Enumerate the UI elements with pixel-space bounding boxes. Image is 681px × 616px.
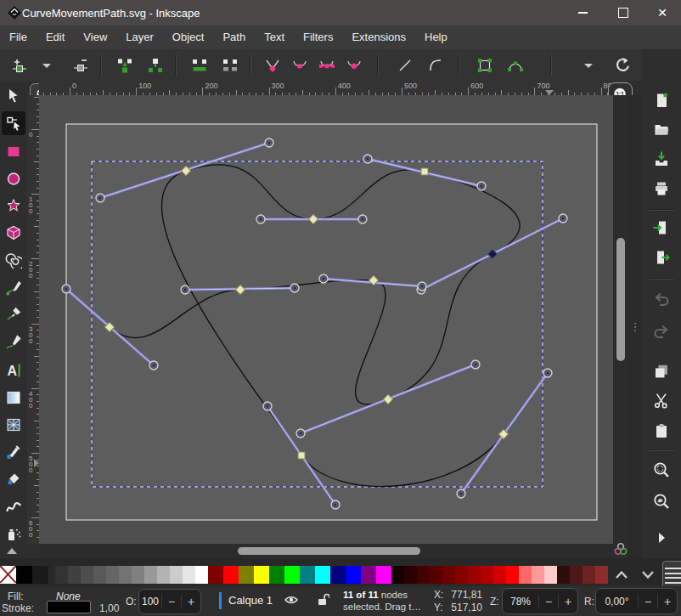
palette-swatch[interactable] <box>157 566 170 584</box>
node-corner-button[interactable] <box>260 53 285 77</box>
tool-paint-bucket[interactable] <box>2 467 25 491</box>
color-management-icon[interactable] <box>612 541 629 557</box>
palette-swatch[interactable] <box>144 566 157 584</box>
node-smooth-button[interactable] <box>287 53 312 77</box>
palette-scroll-down-button[interactable] <box>637 565 659 584</box>
object-to-path-button[interactable] <box>472 53 498 77</box>
units-dropdown-button[interactable] <box>579 53 598 77</box>
palette-swatch[interactable] <box>254 566 269 584</box>
horizontal-ruler[interactable]: 0100200300400500600700800 <box>39 81 628 95</box>
tool-node-editor[interactable] <box>2 111 25 135</box>
vertical-scrollbar-thumb[interactable] <box>616 238 625 361</box>
palette-swatch[interactable] <box>442 566 455 584</box>
palette-swatch[interactable] <box>93 566 106 584</box>
redo-button[interactable] <box>651 321 672 342</box>
palette-swatch[interactable] <box>532 566 544 584</box>
canvas[interactable] <box>39 95 613 544</box>
undo-button[interactable] <box>651 289 672 309</box>
cut-button[interactable] <box>651 390 672 410</box>
palette-swatch[interactable] <box>68 566 81 584</box>
palette-swatch[interactable] <box>417 566 430 584</box>
palette-swatch[interactable] <box>315 566 330 584</box>
menu-file[interactable]: File <box>0 25 37 49</box>
palette-swatch[interactable] <box>16 566 32 584</box>
palette-swatch[interactable] <box>544 566 557 584</box>
palette-swatch[interactable] <box>455 566 468 584</box>
palette-swatch[interactable] <box>106 566 119 584</box>
palette-swatch[interactable] <box>376 566 391 584</box>
menu-filters[interactable]: Filters <box>294 25 342 49</box>
open-document-button[interactable] <box>651 119 672 139</box>
palette-swatch[interactable] <box>195 566 208 584</box>
palette-swatch[interactable] <box>468 566 481 584</box>
palette-swatch[interactable] <box>119 566 132 584</box>
palette-swatch[interactable] <box>481 566 493 584</box>
palette-swatch[interactable] <box>32 566 48 584</box>
paste-button[interactable] <box>651 421 672 441</box>
rotation-decrease-button[interactable]: − <box>638 595 657 608</box>
palette-swatch[interactable] <box>0 566 16 584</box>
menu-layer[interactable]: Layer <box>116 25 163 49</box>
vertical-scrollbar[interactable] <box>613 95 628 544</box>
line-segment-button[interactable] <box>392 53 418 77</box>
save-document-button[interactable] <box>651 149 672 169</box>
toolbox-overflow-arrow[interactable] <box>7 548 17 554</box>
layer-visibility-toggle[interactable] <box>284 593 299 609</box>
palette-scroll-up-button[interactable] <box>611 565 633 584</box>
tool-spiral[interactable] <box>2 248 25 272</box>
curve-segment-button[interactable] <box>423 53 448 77</box>
palette-swatch[interactable] <box>300 566 315 584</box>
tool-tweak[interactable] <box>2 494 25 518</box>
palette-swatch[interactable] <box>557 566 570 584</box>
palette-swatch[interactable] <box>570 566 583 584</box>
tool-pencil[interactable] <box>2 275 25 299</box>
opacity-value[interactable]: 100 <box>139 596 161 608</box>
tool-dropper[interactable] <box>2 440 25 464</box>
palette-swatch[interactable] <box>284 566 300 584</box>
palette-swatch[interactable] <box>404 566 417 584</box>
layer-lock-toggle[interactable] <box>317 592 329 609</box>
palette-swatch[interactable] <box>55 566 68 584</box>
palette-swatch[interactable] <box>583 566 595 584</box>
tool-rectangle[interactable] <box>2 139 25 163</box>
stroke-to-path-button[interactable] <box>503 53 528 77</box>
palette-swatch[interactable] <box>330 566 346 584</box>
node-auto-button[interactable] <box>341 53 367 77</box>
vertical-ruler[interactable]: 0100200300400500600 <box>27 95 39 544</box>
palette-swatch[interactable] <box>391 566 404 584</box>
palette-swatch[interactable] <box>430 566 442 584</box>
delete-segment-button[interactable] <box>217 53 243 77</box>
tool-calligraphy[interactable] <box>2 330 25 353</box>
palette-swatch[interactable] <box>346 566 361 584</box>
tool-box-3d[interactable] <box>2 221 25 245</box>
palette-swatch[interactable] <box>493 566 506 584</box>
tool-bezier-pen[interactable] <box>2 302 25 326</box>
tool-text[interactable]: A <box>2 359 25 382</box>
path-node[interactable] <box>421 168 428 175</box>
rotate-canvas-button[interactable] <box>610 53 635 77</box>
copy-button[interactable] <box>651 361 672 381</box>
tool-spray[interactable] <box>2 522 25 545</box>
export-document-button[interactable] <box>651 247 672 268</box>
tool-star[interactable] <box>2 194 25 218</box>
maximize-button[interactable] <box>605 0 642 25</box>
stroke-width-value[interactable]: 1,00 <box>99 602 119 614</box>
tool-gradient[interactable] <box>2 386 25 410</box>
path-node[interactable] <box>298 452 305 459</box>
horizontal-scrollbar-thumb[interactable] <box>238 547 420 555</box>
tool-selector[interactable] <box>2 84 25 108</box>
menu-text[interactable]: Text <box>255 25 294 49</box>
insert-node-options-button[interactable] <box>37 53 56 77</box>
zoom-increase-button[interactable]: + <box>558 595 577 608</box>
break-nodes-button[interactable] <box>143 53 168 77</box>
rotation-increase-button[interactable]: + <box>657 595 677 608</box>
palette-swatch[interactable] <box>595 566 608 584</box>
zoom-selection-button[interactable] <box>651 460 672 480</box>
palette-swatch[interactable] <box>269 566 284 584</box>
insert-node-button[interactable] <box>7 53 32 77</box>
zoom-decrease-button[interactable]: − <box>538 595 558 608</box>
palette-swatch[interactable] <box>132 566 144 584</box>
stroke-color-swatch[interactable] <box>47 601 91 613</box>
node-symmetric-button[interactable] <box>314 53 340 77</box>
menu-view[interactable]: View <box>74 25 116 49</box>
